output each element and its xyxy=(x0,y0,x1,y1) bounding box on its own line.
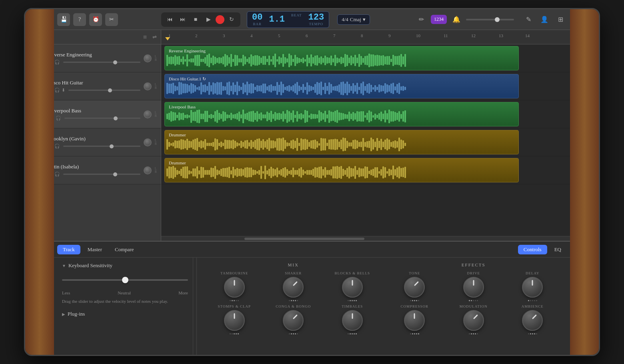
waveform-bar xyxy=(278,138,280,150)
track-clip[interactable]: Disco Hit Guitar.1 ↻ xyxy=(164,74,519,98)
waveform-bar xyxy=(378,84,380,93)
waveform-bar xyxy=(330,56,332,65)
count-in-button[interactable]: 1234 xyxy=(431,15,447,24)
tab-track[interactable]: Track xyxy=(57,245,80,254)
plugins-header[interactable]: ▶ Plug-ins xyxy=(62,311,188,317)
mix-section: MIX TAMBOURINE xyxy=(206,262,380,350)
waveform-bar xyxy=(276,138,278,150)
waveform-bar xyxy=(262,56,264,65)
track-volume-slider[interactable] xyxy=(64,118,140,119)
track-volume-slider[interactable] xyxy=(63,174,140,175)
tab-master[interactable]: Master xyxy=(82,245,108,254)
track-volume-slider[interactable] xyxy=(68,90,140,91)
waveform-bar xyxy=(340,166,342,179)
rewind-button[interactable]: ⏮ xyxy=(164,14,176,25)
waveform-bar xyxy=(236,55,238,66)
track-clip[interactable]: Reverse Engineering // Will render wavef… xyxy=(164,46,519,70)
waveform-bar xyxy=(252,56,254,65)
waveform-bar xyxy=(270,140,272,149)
knob-dots xyxy=(410,333,419,334)
track-headphone-button[interactable]: 🎧 xyxy=(54,172,60,177)
metronome-button[interactable]: 🔔 xyxy=(450,13,463,26)
tab-eq[interactable]: EQ xyxy=(549,245,567,254)
drive-knob[interactable] xyxy=(463,277,484,298)
grid-button[interactable]: ⊞ xyxy=(554,13,567,26)
track-configure-button[interactable]: ⌗ xyxy=(143,34,147,41)
save-button[interactable]: 💾 xyxy=(57,13,70,26)
compressor-knob[interactable] xyxy=(404,310,425,331)
ambience-knob[interactable] xyxy=(522,310,543,331)
sensitivity-slider[interactable] xyxy=(62,273,188,287)
waveform-bar xyxy=(320,112,322,121)
track-extra-button[interactable]: ⬇ xyxy=(62,88,65,93)
stomps-clap-knob[interactable] xyxy=(224,310,245,331)
waveform-bar xyxy=(294,115,296,118)
play-button[interactable]: ▶ xyxy=(203,14,214,25)
waveform-bar xyxy=(302,139,304,150)
waveform-bar xyxy=(334,111,336,122)
waveform-bar xyxy=(310,170,312,174)
waveform-bar xyxy=(314,167,316,178)
scale: Cmaj xyxy=(350,16,361,23)
keyboard-sensitivity-header[interactable]: ▼ Keyboard Sensitivity xyxy=(62,262,188,269)
track-clip[interactable]: Drummer xyxy=(164,158,519,182)
track-headphone-button[interactable]: 🎧 xyxy=(54,60,60,65)
track-clip[interactable]: Drummer xyxy=(164,130,519,154)
cycle-button[interactable]: ↻ xyxy=(226,14,237,25)
compose-button[interactable]: ✎ xyxy=(522,13,535,26)
waveform-bar xyxy=(276,113,278,120)
track-headphone-button[interactable]: 🎧 xyxy=(54,144,60,149)
tab-controls[interactable]: Controls xyxy=(518,245,547,254)
track-headphone-button[interactable]: 🎧 xyxy=(56,116,61,121)
waveform-bar xyxy=(258,56,260,65)
waveform-bar xyxy=(366,56,368,66)
waveform-bar xyxy=(358,168,360,177)
stop-button[interactable]: ■ xyxy=(190,14,201,25)
user-button[interactable]: 👤 xyxy=(538,13,551,26)
track-volume-slider[interactable] xyxy=(63,146,140,147)
dot xyxy=(350,300,351,301)
record-button[interactable] xyxy=(216,15,224,24)
plugins-section: ▶ Plug-ins xyxy=(62,311,188,317)
sensitivity-thumb[interactable] xyxy=(122,277,128,283)
track-pan-knob[interactable] xyxy=(144,166,152,174)
conga-bongo-knob[interactable] xyxy=(283,310,304,331)
waveform-bar xyxy=(400,114,402,119)
blocks-bells-knob[interactable] xyxy=(342,277,363,298)
volume-thumb[interactable] xyxy=(495,17,500,22)
horizontal-scrollbar[interactable] xyxy=(161,236,599,241)
track-pan-knob[interactable] xyxy=(144,110,152,118)
effects-section: EFFECTS TONE xyxy=(387,262,561,350)
clock-button[interactable]: ⏰ xyxy=(89,13,102,26)
dot xyxy=(532,333,533,334)
dot xyxy=(477,300,478,301)
waveform-bar xyxy=(262,84,264,94)
tone-knob[interactable] xyxy=(404,277,425,298)
waveform-bar xyxy=(174,140,176,149)
waveform-bar xyxy=(352,83,354,94)
tambourine-knob[interactable] xyxy=(224,277,245,298)
track-controls-row: 🎙 🎧 xyxy=(48,60,140,65)
waveform-bar xyxy=(404,54,406,66)
track-view-toggle[interactable]: ⇌ xyxy=(152,34,157,40)
waveform-bar xyxy=(302,170,304,176)
track-pan-knob[interactable] xyxy=(144,54,152,62)
modulation-knob[interactable] xyxy=(463,310,484,331)
ruler-mark: 7 xyxy=(333,33,336,38)
cut-button[interactable]: ✂ xyxy=(105,13,118,26)
key-signature-display[interactable]: 4/4 Cmaj ▾ xyxy=(337,14,370,25)
delay-knob[interactable] xyxy=(522,277,543,298)
shaker-knob[interactable] xyxy=(283,277,304,298)
tab-compare[interactable]: Compare xyxy=(109,245,140,254)
fast-forward-button[interactable]: ⏭ xyxy=(177,14,188,25)
track-volume-slider[interactable] xyxy=(63,62,140,63)
track-pan-knob[interactable] xyxy=(144,82,152,90)
track-pan-knob[interactable] xyxy=(144,138,152,146)
track-clip[interactable]: Liverpool Bass xyxy=(164,102,519,126)
scrollbar-thumb[interactable] xyxy=(244,238,364,240)
track-headphone-button[interactable]: 🎧 xyxy=(54,88,60,93)
help-button[interactable]: ? xyxy=(73,13,86,26)
volume-slider[interactable] xyxy=(466,19,514,20)
timbales-knob[interactable] xyxy=(342,310,363,331)
pencil-button[interactable]: ✏ xyxy=(415,13,428,26)
